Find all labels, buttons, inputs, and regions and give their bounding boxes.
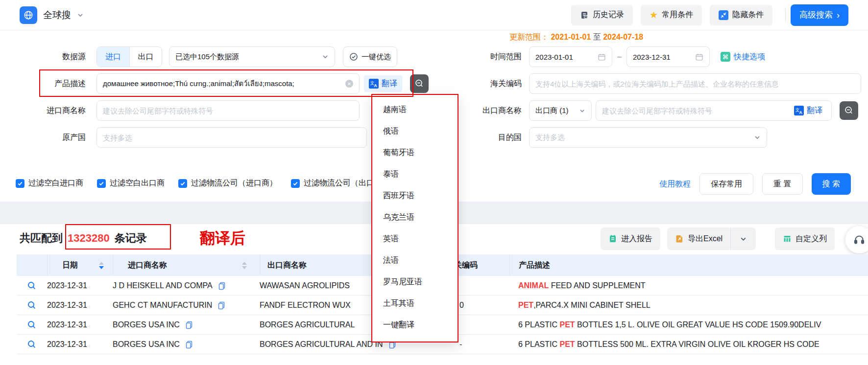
chevron-down-icon[interactable] — [77, 12, 84, 19]
row-detail-search-icon[interactable] — [27, 300, 37, 310]
lang-option-ukrainian[interactable]: 乌克兰语 — [372, 206, 458, 228]
calendar-icon — [598, 53, 606, 61]
data-source-select[interactable]: 已选中105个数据源 — [169, 46, 335, 67]
history-button[interactable]: 历史记录 — [571, 5, 633, 25]
export-excel-button[interactable]: 导出Excel — [667, 228, 730, 250]
copy-icon[interactable] — [185, 340, 193, 349]
row-detail-search-icon[interactable] — [27, 340, 37, 349]
enter-report-button[interactable]: 进入报告 — [601, 228, 660, 250]
checkbox-checked-icon[interactable] — [97, 179, 106, 188]
translate-button[interactable]: 文 A 翻译 — [364, 75, 402, 92]
checkbox-checked-icon[interactable] — [291, 179, 300, 188]
dest-country-select[interactable]: 支持多选 — [529, 127, 767, 148]
hs-code-input[interactable] — [535, 80, 855, 88]
lang-option-english[interactable]: 英语 — [372, 228, 458, 250]
tutorial-link[interactable]: 使用教程 — [659, 179, 691, 189]
exporter-exact-search-toggle[interactable] — [840, 101, 858, 120]
lang-option-french[interactable]: 法语 — [372, 250, 458, 271]
exact-search-toggle[interactable] — [410, 74, 429, 93]
lang-option-thai[interactable]: 泰语 — [372, 163, 458, 185]
origin-country-input[interactable] — [103, 134, 361, 142]
cell-exporter: BORGES AGRICULTURAL — [260, 320, 355, 329]
favorites-button[interactable]: ★ 常用条件 — [641, 5, 702, 25]
exporter-translate-button[interactable]: 文 A 翻译 — [791, 102, 825, 119]
cell-exporter: BORGES AGRICULTURAL AND IN — [260, 340, 383, 349]
history-icon — [580, 11, 589, 20]
row-detail-search-icon[interactable] — [27, 281, 37, 291]
hs-code-field[interactable] — [529, 73, 861, 94]
importer-field[interactable] — [96, 100, 360, 121]
product-desc-input[interactable] — [103, 80, 345, 88]
advanced-search-button[interactable]: 高级搜索 › — [791, 4, 848, 26]
lang-option-spanish[interactable]: 西班牙语 — [372, 185, 458, 206]
filter-label: 过滤物流公司（进口商） — [191, 178, 277, 188]
exporter-label: 出口商名称 — [453, 106, 522, 116]
keyword-highlight: PET — [559, 320, 575, 329]
hs-code-label: 海关编码 — [453, 79, 522, 89]
checkbox-checked-icon[interactable] — [178, 179, 187, 188]
header-importer-label: 进口商名称 — [128, 260, 167, 271]
exporter-field[interactable]: 文 A 翻译 — [596, 100, 832, 121]
custom-columns-label: 自定义列 — [796, 234, 827, 244]
lang-option-translate-all[interactable]: 一键翻译 — [372, 314, 458, 336]
row-detail-search-icon[interactable] — [27, 320, 37, 330]
brand[interactable]: 全球搜 — [20, 6, 84, 24]
filter-label: 过滤空白进口商 — [28, 178, 83, 188]
header-importer: 进口商名称 — [113, 254, 260, 276]
search-minus-icon — [414, 79, 424, 89]
dest-country-row: 目的国 支持多选 — [453, 127, 767, 148]
exporter-type-select[interactable]: 出口商 (1) — [529, 100, 592, 121]
date-start-field[interactable] — [529, 46, 612, 67]
filter-logistics-importer[interactable]: 过滤物流公司（进口商） — [178, 178, 277, 188]
product-desc-field[interactable]: ✕ — [96, 73, 360, 94]
lang-option-romanian[interactable]: 罗马尼亚语 — [372, 271, 458, 293]
clear-icon[interactable]: ✕ — [345, 80, 353, 88]
copy-icon[interactable] — [217, 281, 226, 290]
lang-option-vietnamese[interactable]: 越南语 — [372, 99, 458, 120]
hide-conditions-button[interactable]: 隐藏条件 — [710, 5, 772, 25]
date-end-input[interactable] — [633, 53, 691, 61]
lang-option-portuguese[interactable]: 葡萄牙语 — [372, 142, 458, 163]
copy-icon[interactable] — [217, 301, 226, 310]
hide-conditions-label: 隐藏条件 — [732, 10, 764, 20]
one-click-optimize-button[interactable]: 一键优选 — [343, 46, 397, 67]
custom-columns-button[interactable]: 自定义列 — [775, 228, 835, 250]
header-date-label: 日期 — [62, 260, 78, 271]
filter-blank-exporter[interactable]: 过滤空白出口商 — [97, 178, 165, 188]
export-options-caret[interactable] — [730, 228, 756, 250]
shortcut-options-label: 快捷选项 — [734, 52, 765, 62]
report-icon — [608, 234, 617, 243]
collapse-icon — [719, 10, 728, 20]
calendar-icon — [695, 53, 703, 61]
date-end-field[interactable] — [627, 46, 710, 67]
checkbox-checked-icon[interactable] — [16, 179, 24, 188]
lang-option-turkish[interactable]: 土耳其语 — [372, 293, 458, 314]
cell-importer: BORGES USA INC — [113, 320, 180, 329]
global-search-page: 全球搜 历史记录 ★ 常用条件 — [0, 0, 868, 365]
save-favorite-button[interactable]: 保存常用 — [699, 173, 753, 195]
origin-country-label: 原产国 — [20, 133, 86, 143]
exporter-input[interactable] — [602, 107, 791, 115]
update-range-end: 2024-07-18 — [603, 33, 643, 41]
toggle-export[interactable]: 出口 — [129, 47, 162, 67]
origin-country-field[interactable] — [96, 127, 367, 148]
toggle-import[interactable]: 进口 — [97, 47, 129, 67]
sort-importer[interactable] — [242, 262, 247, 269]
reset-button[interactable]: 重 置 — [762, 173, 802, 195]
shortcut-options-button[interactable]: ⌘ 快捷选项 — [721, 52, 765, 62]
importer-input[interactable] — [103, 107, 353, 115]
filter-blank-importer[interactable]: 过滤空白进口商 — [16, 178, 83, 188]
sort-date[interactable] — [99, 262, 104, 269]
cell-product-desc: 6 PLASTIC PET BOTTLESS 500 ML. EXTRA VIR… — [509, 340, 868, 349]
one-click-optimize-label: 一键优选 — [362, 52, 391, 62]
command-icon: ⌘ — [721, 52, 730, 62]
chevron-right-icon: › — [837, 11, 840, 20]
origin-country-row: 原产国 — [20, 127, 367, 148]
data-source-selected-text: 已选中105个数据源 — [175, 52, 239, 62]
dest-country-placeholder: 支持多选 — [535, 133, 565, 142]
lang-option-russian[interactable]: 俄语 — [372, 120, 458, 142]
date-start-input[interactable] — [535, 53, 594, 61]
search-button[interactable]: 搜 索 — [812, 173, 851, 195]
copy-icon[interactable] — [185, 320, 193, 329]
cell-importer: J D HEISKELL AND COMPA — [113, 281, 213, 290]
